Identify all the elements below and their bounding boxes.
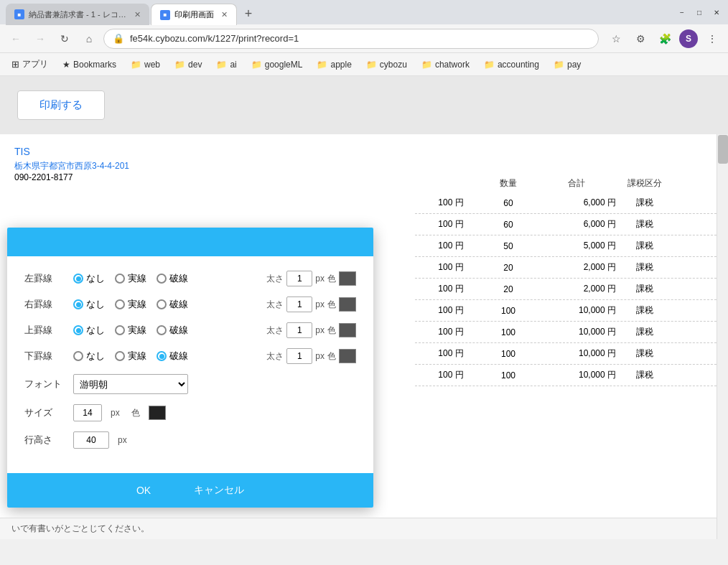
modal-title-bar: [7, 228, 373, 256]
bottom-border-thickness-group: 太さ px 色: [266, 348, 356, 364]
cell-qty: 50: [480, 240, 537, 252]
bottom-border-solid[interactable]: 実線: [115, 350, 146, 363]
font-color-picker[interactable]: [149, 406, 166, 420]
page-content: TIS 栃木県宇都宮市西原3-4-4-201 090-2201-8177 数量 …: [0, 134, 728, 539]
right-border-row: 右罫線 なし 実線 破線: [24, 296, 356, 312]
nav-icons: ☆ ⚙ 🧩 S ⋮: [606, 29, 722, 49]
top-border-thickness-group: 太さ px 色: [266, 322, 356, 338]
tab-2-close[interactable]: ✕: [221, 10, 228, 19]
radio-bottom-solid[interactable]: [115, 351, 125, 361]
googleml-label: googleML: [265, 60, 303, 70]
right-border-dashed[interactable]: 破線: [157, 298, 188, 311]
radio-top-dashed[interactable]: [157, 325, 167, 335]
table-header: 数量 合計 課税区分: [415, 177, 717, 190]
tab-1-icon: ■: [14, 9, 24, 19]
cell-price-1: 100 円: [422, 197, 480, 209]
cell-qty: 20: [480, 283, 537, 295]
top-border-solid[interactable]: 実線: [115, 324, 146, 337]
close-button[interactable]: ✕: [711, 6, 722, 18]
left-border-solid[interactable]: 実線: [115, 272, 146, 285]
radio-right-solid[interactable]: [115, 299, 125, 309]
lineheight-input[interactable]: [73, 431, 109, 449]
print-button[interactable]: 印刷する: [17, 90, 105, 120]
address-bar[interactable]: 🔒 fe54k.cybozu.com/k/1227/print?record=1: [103, 29, 599, 49]
bookmarks-star[interactable]: ★ Bookmarks: [57, 57, 122, 72]
left-border-thickness-input[interactable]: [286, 271, 312, 286]
tab-1-label: 納品書兼請求書 - 1 - レコードの詳...: [29, 9, 127, 20]
right-border-solid[interactable]: 実線: [115, 298, 146, 311]
back-button[interactable]: ←: [6, 29, 26, 49]
bottom-border-label: 下罫線: [24, 350, 67, 363]
tab-1-close[interactable]: ✕: [134, 10, 141, 19]
right-border-thickness-input[interactable]: [286, 296, 312, 312]
radio-top-none[interactable]: [73, 325, 83, 335]
cell-tax: 課税: [616, 369, 673, 381]
radio-top-solid[interactable]: [115, 325, 125, 335]
bookmarks-chatwork[interactable]: 📁 chatwork: [416, 57, 475, 72]
bottom-border-color-picker[interactable]: [339, 349, 356, 363]
top-border-thickness-input[interactable]: [286, 322, 312, 338]
bookmarks-cybozu[interactable]: 📁 cybozu: [360, 57, 413, 72]
left-border-color-picker[interactable]: [339, 271, 356, 286]
left-border-label: 左罫線: [24, 272, 67, 285]
radio-bottom-dashed[interactable]: [157, 351, 167, 361]
radio-right-dashed[interactable]: [157, 299, 167, 309]
right-border-color-picker[interactable]: [339, 297, 356, 312]
bookmarks-accounting[interactable]: 📁 accounting: [478, 57, 545, 72]
bookmark-star-button[interactable]: ☆: [606, 29, 626, 49]
radio-left-none[interactable]: [73, 274, 83, 284]
bookmarks-googleml[interactable]: 📁 googleML: [246, 57, 309, 72]
window-controls: − □ ✕: [676, 6, 722, 18]
cell-total: 10,000 円: [537, 369, 616, 381]
content-area: 印刷する TIS 栃木県宇都宮市西原3-4-4-201 090-2201-817…: [0, 76, 728, 539]
radio-left-dashed[interactable]: [157, 274, 167, 284]
new-tab-button[interactable]: +: [238, 4, 258, 24]
radio-left-solid[interactable]: [115, 274, 125, 284]
cell-tax-1: 課税: [616, 197, 673, 209]
right-border-none[interactable]: なし: [73, 298, 105, 311]
print-header: 印刷する: [0, 76, 728, 134]
tab-2[interactable]: ■ 印刷用画面 ✕: [151, 4, 237, 25]
scrollbar-thumb[interactable]: [718, 135, 728, 164]
avatar[interactable]: S: [679, 29, 698, 48]
bookmarks-web[interactable]: 📁 web: [125, 57, 166, 72]
font-size-input[interactable]: [73, 404, 102, 421]
radio-right-none[interactable]: [73, 299, 83, 309]
bottom-border-thickness-input[interactable]: [286, 348, 312, 364]
cancel-button[interactable]: キャンセル: [179, 480, 258, 501]
top-border-none[interactable]: なし: [73, 324, 105, 337]
bottom-border-dashed[interactable]: 破線: [157, 350, 188, 363]
refresh-button[interactable]: ↻: [55, 29, 75, 49]
radio-bottom-none[interactable]: [73, 351, 83, 361]
bottom-border-none[interactable]: なし: [73, 350, 105, 363]
bookmarks-ai[interactable]: 📁 ai: [210, 57, 242, 72]
ok-button[interactable]: OK: [122, 480, 165, 500]
extensions-button[interactable]: 🧩: [655, 29, 675, 49]
left-border-none[interactable]: なし: [73, 272, 105, 285]
forward-button[interactable]: →: [30, 29, 50, 49]
bookmarks-label: Bookmarks: [73, 60, 116, 70]
lineheight-unit: px: [118, 435, 127, 445]
left-border-dashed[interactable]: 破線: [157, 272, 188, 285]
size-unit: px: [111, 408, 120, 418]
minimize-button[interactable]: −: [676, 6, 688, 18]
table-row: 100 円 100 10,000 円 課税: [415, 300, 717, 322]
menu-button[interactable]: ⋮: [702, 29, 722, 49]
top-border-dashed[interactable]: 破線: [157, 324, 188, 337]
home-button[interactable]: ⌂: [79, 29, 99, 49]
left-border-radio-group: なし 実線 破線: [73, 272, 255, 285]
top-border-color-picker[interactable]: [339, 323, 356, 337]
font-select[interactable]: 游明朝 ゴシック メイリオ: [73, 374, 188, 394]
scrollbar[interactable]: [717, 134, 728, 539]
maximize-button[interactable]: □: [694, 6, 705, 18]
col-header-tax: 課税区分: [616, 177, 673, 190]
bookmarks-pay[interactable]: 📁 pay: [548, 57, 587, 72]
bookmarks-apps[interactable]: ⊞ アプリ: [6, 56, 54, 73]
tab-1[interactable]: ■ 納品書兼請求書 - 1 - レコードの詳... ✕: [6, 4, 149, 25]
bookmarks-apple[interactable]: 📁 apple: [311, 57, 357, 72]
bookmarks-dev[interactable]: 📁 dev: [169, 57, 207, 72]
folder-googleml-icon: 📁: [251, 60, 262, 70]
settings-button[interactable]: ⚙: [630, 29, 650, 49]
folder-chatwork-icon: 📁: [421, 60, 432, 70]
chatwork-label: chatwork: [435, 60, 470, 70]
